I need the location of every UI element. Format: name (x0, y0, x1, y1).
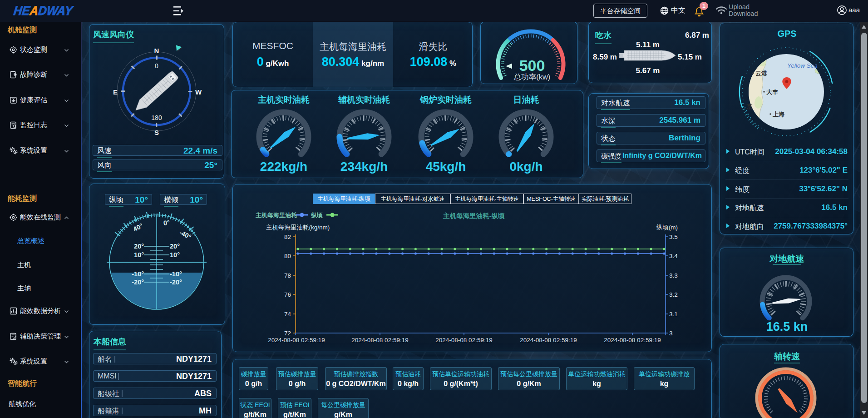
svg-text:上海: 上海 (773, 111, 784, 118)
svg-text:2024-08-08 02:59:19: 2024-08-08 02:59:19 (351, 337, 408, 343)
svg-text:10°: 10° (170, 251, 180, 259)
svg-text:10°: 10° (134, 251, 144, 259)
svg-text:20°: 20° (170, 243, 180, 250)
svg-text:-10°: -10° (132, 270, 144, 278)
svg-text:3.5: 3.5 (669, 234, 678, 240)
svg-text:W: W (195, 88, 202, 96)
svg-text:京: 京 (746, 103, 752, 110)
svg-text:72: 72 (284, 330, 291, 337)
svg-text:2024-08-08 02:59:19: 2024-08-08 02:59:19 (435, 337, 492, 343)
svg-text:-20°: -20° (170, 279, 182, 286)
svg-text:辅机实时油耗: 辅机实时油耗 (338, 95, 390, 104)
svg-text:E: E (113, 88, 118, 96)
svg-text:3: 3 (669, 330, 673, 337)
svg-text:234kg/h: 234kg/h (340, 159, 388, 174)
svg-text:0°: 0° (163, 219, 170, 227)
svg-text:2024-08-08 02:59:19: 2024-08-08 02:59:19 (520, 337, 577, 343)
svg-text:云港: 云港 (755, 70, 767, 77)
svg-text:大丰: 大丰 (766, 89, 778, 95)
svg-text:3.2: 3.2 (669, 291, 678, 298)
svg-text:45kg/h: 45kg/h (426, 159, 466, 174)
svg-text:80: 80 (284, 253, 291, 259)
svg-text:0kg/h: 0kg/h (509, 159, 542, 174)
svg-text:-10°: -10° (170, 270, 182, 278)
svg-text:3.1: 3.1 (669, 311, 678, 318)
svg-text:40°: 40° (132, 222, 144, 233)
svg-text:2024-08-08 02:59:19: 2024-08-08 02:59:19 (604, 337, 661, 343)
svg-text:-20°: -20° (132, 279, 144, 286)
svg-text:82: 82 (284, 234, 291, 240)
svg-text:74: 74 (284, 311, 291, 318)
svg-text:主机实时油耗: 主机实时油耗 (257, 95, 310, 104)
svg-text:日油耗: 日油耗 (513, 95, 539, 104)
svg-text:500: 500 (519, 57, 545, 74)
svg-text:Yellow Sea: Yellow Sea (787, 62, 818, 69)
svg-text:0: 0 (155, 62, 158, 70)
svg-text:总功率(kw): 总功率(kw) (513, 73, 551, 81)
svg-text:222kg/h: 222kg/h (260, 159, 307, 174)
svg-text:76: 76 (284, 291, 291, 298)
svg-text:180: 180 (151, 114, 162, 121)
svg-text:78: 78 (284, 272, 291, 279)
svg-text:3.4: 3.4 (669, 253, 678, 259)
svg-text:3.3: 3.3 (669, 272, 678, 279)
svg-text:2024-08-08 02:59:19: 2024-08-08 02:59:19 (268, 337, 325, 343)
svg-text:N: N (154, 47, 159, 55)
svg-text:S: S (154, 129, 159, 136)
svg-text:20°: 20° (134, 243, 144, 250)
svg-text:锅炉实时油耗: 锅炉实时油耗 (419, 95, 472, 104)
